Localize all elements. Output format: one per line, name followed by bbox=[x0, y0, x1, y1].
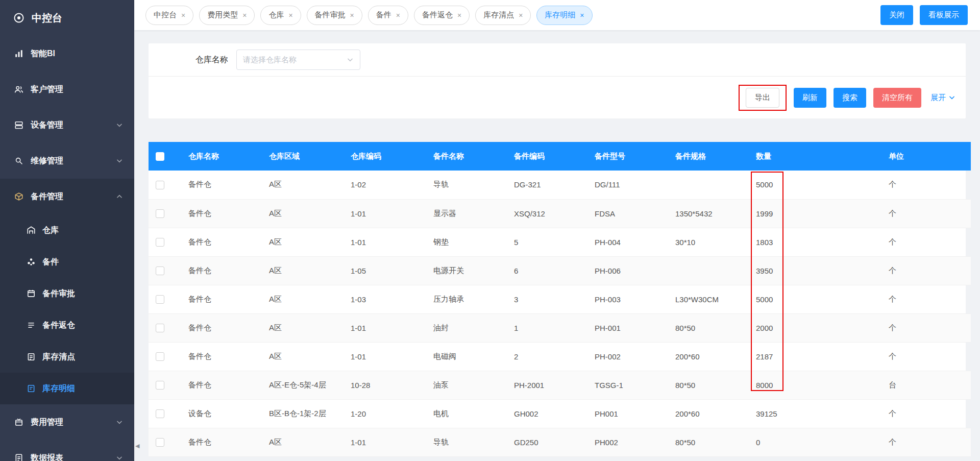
tab-close-icon[interactable]: × bbox=[288, 12, 292, 19]
sidebar-subitem-label: 库存明细 bbox=[42, 383, 75, 394]
sidebar-item-label: 客户管理 bbox=[31, 84, 63, 95]
table-cell: 导轨 bbox=[426, 171, 507, 199]
table-cell: 个 bbox=[881, 256, 971, 285]
tab-close-icon[interactable]: × bbox=[181, 12, 185, 19]
sidebar-item-maintenance-mgmt[interactable]: 维修管理 bbox=[0, 143, 134, 179]
table-cell: 油泵 bbox=[426, 371, 507, 399]
table-cell: 个 bbox=[881, 199, 971, 228]
row-checkbox[interactable] bbox=[156, 324, 164, 332]
expand-toggle[interactable]: 展开 bbox=[930, 93, 955, 103]
sidebar-item-smart-bi[interactable]: 智能BI bbox=[0, 36, 134, 71]
table-row: 备件仓A区1-05电源开关6PH-0063950个 bbox=[149, 256, 971, 285]
sidebar-subitem-inventory-check[interactable]: 库存清点 bbox=[0, 341, 134, 373]
row-checkbox[interactable] bbox=[156, 266, 164, 275]
sidebar-subitem-parts-approval[interactable]: 备件审批 bbox=[0, 278, 134, 309]
tab-inventory-check[interactable]: 库存清点× bbox=[475, 6, 531, 25]
table-row: 备件仓A区1-03压力轴承3PH-003L30*W30CM5000个 bbox=[149, 285, 971, 313]
row-checkbox[interactable] bbox=[156, 209, 164, 218]
tab-parts-approval[interactable]: 备件审批× bbox=[307, 6, 362, 25]
tab-close-icon[interactable]: × bbox=[242, 12, 247, 19]
sidebar-subitem-label: 库存清点 bbox=[42, 352, 75, 362]
tab-warehouse[interactable]: 仓库× bbox=[260, 6, 301, 25]
sidebar-subitem-parts-return[interactable]: 备件返仓 bbox=[0, 309, 134, 341]
tab-label: 备件 bbox=[376, 10, 391, 20]
warehouse-name-select[interactable]: 请选择仓库名称 bbox=[236, 50, 360, 70]
sidebar-subitem-parts[interactable]: 备件 bbox=[0, 246, 134, 278]
table-cell: 个 bbox=[881, 399, 971, 428]
tab-close-icon[interactable]: × bbox=[580, 12, 584, 19]
row-checkbox[interactable] bbox=[156, 181, 164, 189]
sidebar-subitem-label: 备件审批 bbox=[42, 288, 75, 299]
table-cell: DG/111 bbox=[587, 171, 668, 199]
sidebar-item-parts-mgmt[interactable]: 备件管理 bbox=[0, 179, 134, 214]
table-row: 备件仓A区1-01钢垫5PH-00430*101803个 bbox=[149, 228, 971, 256]
table-cell: PH-001 bbox=[587, 313, 668, 342]
table-cell: 8000 bbox=[749, 371, 881, 399]
main-area: 中控台×费用类型×仓库×备件审批×备件×备件返仓×库存清点×库存明细× 关闭 看… bbox=[134, 0, 980, 461]
search-button[interactable]: 搜索 bbox=[834, 88, 866, 108]
table-cell: 30*10 bbox=[668, 228, 749, 256]
table-cell: 钢垫 bbox=[426, 228, 507, 256]
export-button[interactable]: 导出 bbox=[746, 88, 779, 108]
sidebar-item-customer-mgmt[interactable]: 客户管理 bbox=[0, 71, 134, 107]
refresh-button[interactable]: 刷新 bbox=[794, 88, 826, 108]
row-checkbox[interactable] bbox=[156, 295, 164, 304]
tab-close-icon[interactable]: × bbox=[519, 12, 523, 19]
table-cell bbox=[668, 171, 749, 199]
sidebar-subitem-label: 备件返仓 bbox=[42, 320, 75, 331]
board-display-button[interactable]: 看板展示 bbox=[920, 5, 968, 25]
table-cell: 备件仓 bbox=[181, 199, 262, 228]
tab-label: 备件审批 bbox=[315, 10, 346, 20]
table-cell: 3950 bbox=[749, 256, 881, 285]
detail-icon bbox=[27, 384, 36, 393]
tab-label: 中控台 bbox=[154, 10, 177, 20]
tab-close-icon[interactable]: × bbox=[457, 12, 461, 19]
tab-label: 库存明细 bbox=[545, 10, 575, 20]
table-cell: 1999 bbox=[749, 199, 881, 228]
table-cell: 电机 bbox=[426, 399, 507, 428]
tab-close-icon[interactable]: × bbox=[396, 12, 400, 19]
tab-inventory-detail[interactable]: 库存明细× bbox=[536, 6, 592, 25]
table-cell: 80*50 bbox=[668, 428, 749, 456]
table-cell: 0 bbox=[749, 428, 881, 456]
sidebar-item-device-mgmt[interactable]: 设备管理 bbox=[0, 107, 134, 143]
sidebar-item-data-report[interactable]: 数据报表 bbox=[0, 440, 134, 461]
clear-all-button[interactable]: 清空所有 bbox=[873, 88, 921, 108]
table-cell bbox=[668, 256, 749, 285]
tab-parts-return[interactable]: 备件返仓× bbox=[414, 6, 470, 25]
column-header: 备件规格 bbox=[668, 142, 749, 171]
table-cell: PH-002 bbox=[587, 342, 668, 371]
table-cell: 备件仓 bbox=[181, 256, 262, 285]
select-all-checkbox[interactable] bbox=[156, 152, 164, 161]
tab-close-icon[interactable]: × bbox=[350, 12, 354, 19]
close-button[interactable]: 关闭 bbox=[880, 5, 913, 25]
table-cell: 1350*5432 bbox=[668, 199, 749, 228]
sidebar-subitem-warehouse[interactable]: 仓库 bbox=[0, 214, 134, 246]
row-checkbox[interactable] bbox=[156, 381, 164, 390]
table-cell: 1 bbox=[507, 313, 587, 342]
tab-parts[interactable]: 备件× bbox=[368, 6, 408, 25]
table-cell: 1-01 bbox=[344, 428, 426, 456]
table-cell: 备件仓 bbox=[181, 428, 262, 456]
export-annotation-box: 导出 bbox=[739, 85, 787, 111]
sidebar-item-cost-mgmt[interactable]: 费用管理 bbox=[0, 404, 134, 440]
tab-cost-type[interactable]: 费用类型× bbox=[199, 6, 255, 25]
row-checkbox[interactable] bbox=[156, 352, 164, 361]
table-cell: 备件仓 bbox=[181, 313, 262, 342]
row-checkbox[interactable] bbox=[156, 409, 164, 418]
table-cell: 台 bbox=[881, 371, 971, 399]
sidebar-subitem-inventory-detail[interactable]: 库存明细 bbox=[0, 373, 134, 404]
table-cell: 1-01 bbox=[344, 228, 426, 256]
tab-label: 仓库 bbox=[268, 10, 284, 20]
topbar-actions: 关闭 看板展示 bbox=[880, 5, 968, 25]
table-row: 设备仓B区-B仓-1架-2层1-20电机GH002PH001200*603912… bbox=[149, 399, 971, 428]
approve-icon bbox=[27, 289, 36, 298]
tab-console[interactable]: 中控台× bbox=[145, 6, 193, 25]
table-cell: 压力轴承 bbox=[426, 285, 507, 313]
scroll-left-arrow[interactable]: ◀ bbox=[135, 443, 139, 449]
chevron-down-icon bbox=[347, 56, 354, 63]
sidebar-logo[interactable]: 中控台 bbox=[0, 0, 134, 36]
row-checkbox[interactable] bbox=[156, 438, 164, 447]
row-checkbox[interactable] bbox=[156, 238, 164, 247]
table-cell: PH-004 bbox=[587, 228, 668, 256]
